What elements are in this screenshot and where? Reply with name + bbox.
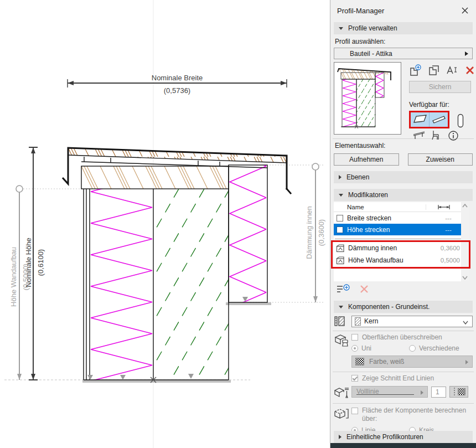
- uni-radio[interactable]: [351, 345, 358, 352]
- name-column-header: Name: [334, 204, 426, 210]
- collapse-icon: [339, 194, 343, 197]
- pen-number-input[interactable]: 1: [431, 387, 446, 398]
- section-label: Komponenten - Grundeinst.: [348, 303, 430, 311]
- chevron-right-icon: [421, 390, 423, 395]
- sichern-button[interactable]: Sichern: [409, 81, 471, 93]
- oberflaechen-checkbox[interactable]: [351, 334, 358, 341]
- collapse-icon: [339, 27, 343, 30]
- modifier-label: Höhe strecken: [347, 226, 436, 234]
- surface-override-icon: [334, 333, 349, 347]
- available-beam-toggle[interactable]: [430, 112, 448, 127]
- verschiedene-radio[interactable]: [409, 345, 416, 352]
- pen-swatch-icon: [458, 388, 465, 395]
- oberflaechen-label: Oberflächen überschreiben: [362, 333, 442, 341]
- chevron-down-icon: [463, 321, 468, 325]
- expand-icon: [339, 175, 342, 179]
- chevron-right-icon: [465, 52, 468, 56]
- bottom-edge-bar: [330, 443, 476, 448]
- dim-modifier-row-daemmung[interactable]: Dämmung innen 0,3600: [334, 242, 469, 254]
- section-profile-verwalten[interactable]: Profile verwalten: [334, 22, 473, 34]
- rename-profile-icon[interactable]: [446, 65, 458, 76]
- divider: [333, 403, 474, 404]
- modifier-row-hoehe-selected[interactable]: Höhe strecken ---: [334, 224, 469, 235]
- flaeche-checkbox[interactable]: [351, 408, 358, 414]
- modifier-label: Dämmung innen: [348, 244, 431, 252]
- app-window: Nominale Breite (0,5736) Nominale Höhe (…: [0, 0, 476, 448]
- section-einheitliche-profilkonturen[interactable]: Einheitliche Profilkonturen: [334, 431, 473, 443]
- drawing-canvas[interactable]: Nominale Breite (0,5736) Nominale Höhe (…: [0, 0, 330, 448]
- component-name: Kern: [364, 317, 378, 325]
- delete-modifier-icon-disabled[interactable]: [359, 284, 369, 294]
- availability-annotation-box: [409, 111, 449, 128]
- dim-hoehe-wandaufbau: Höhe Wandaufbau (0,5000): [9, 186, 30, 380]
- checkbox[interactable]: [337, 226, 343, 233]
- expand-icon: [339, 435, 342, 439]
- dim-wandaufbau-value: (0,5000): [22, 264, 30, 290]
- dim-breite-label: Nominale Breite: [152, 74, 203, 82]
- modifier-label: Breite strecken: [347, 214, 436, 222]
- railing-icon[interactable]: [412, 131, 426, 140]
- modifier-list: Name Breite strecken --- Höhe strecken -…: [334, 202, 469, 281]
- dimension-icon: [437, 204, 451, 210]
- pen-color-button[interactable]: [449, 386, 468, 398]
- section-label: Modifikatoren: [348, 191, 388, 199]
- beam-icon: [432, 114, 446, 125]
- dimension-modifier-icon: [336, 244, 345, 253]
- schnitt-linien-label: Zeige Schnitt End Linien: [362, 374, 434, 382]
- new-profile-icon[interactable]: [409, 64, 422, 76]
- dim-breite-value: (0,5736): [164, 86, 190, 95]
- modifier-row-breite[interactable]: Breite strecken ---: [334, 212, 469, 224]
- linientyp-dropdown[interactable]: Volllinie: [351, 386, 428, 398]
- scroll-down-icon[interactable]: [462, 276, 468, 280]
- schnitt-linien-checkbox[interactable]: [351, 375, 358, 382]
- list-scrollbar[interactable]: [461, 202, 469, 281]
- dim-wandaufbau-label: Höhe Wandaufbau: [9, 247, 18, 307]
- dim-nominale-breite: Nominale Breite (0,5736): [68, 74, 287, 95]
- component-select[interactable]: Kern: [351, 316, 473, 327]
- divider: [333, 372, 474, 372]
- list-separator: [334, 235, 469, 242]
- dim-modifier-row-wandaufbau[interactable]: Höhe Wandaufbau 0,5000: [334, 254, 469, 266]
- delete-profile-icon[interactable]: [464, 65, 475, 76]
- aufnehmen-button[interactable]: Aufnehmen: [334, 153, 399, 166]
- dim-hoehe-value: (0,6100): [37, 249, 45, 276]
- panel-title: Profil-Manager: [337, 7, 384, 15]
- linetype-preview: [356, 394, 414, 395]
- close-icon[interactable]: [461, 6, 469, 15]
- duplicate-profile-icon[interactable]: [428, 64, 440, 76]
- section-komponenten[interactable]: Komponenten - Grundeinst.: [334, 301, 473, 313]
- area-calc-icon: [334, 406, 349, 421]
- farbe-dropdown[interactable]: Farbe, weiß: [351, 356, 473, 368]
- scroll-up-icon[interactable]: [462, 204, 468, 208]
- section-label: Einheitliche Profilkonturen: [346, 433, 423, 441]
- wall-icon: [413, 114, 427, 125]
- add-modifier-icon[interactable]: [336, 284, 350, 295]
- dim-daemmung-value: (0,3600): [317, 219, 325, 246]
- component-icon: [334, 316, 346, 327]
- dim-daemmung-innen: Dämmung innen (0,3600): [305, 163, 325, 302]
- object-chair-icon[interactable]: [431, 130, 440, 141]
- section-ebenen[interactable]: Ebenen: [334, 171, 473, 183]
- available-wall-toggle[interactable]: [411, 112, 429, 127]
- bottom-shadow: [82, 380, 231, 383]
- verfuegbar-label: Verfügbar für:: [409, 101, 475, 109]
- right-column-shadow: [226, 302, 271, 305]
- profile-select-dropdown[interactable]: Bauteil - Attika: [334, 48, 473, 59]
- flaeche-label-line2: über:: [362, 415, 377, 423]
- profil-auswaehlen-label: Profil auswählen:: [335, 38, 473, 47]
- section-label: Ebenen: [346, 173, 369, 181]
- profile-name: Bauteil - Attika: [350, 50, 392, 58]
- chevron-right-icon: [465, 360, 468, 364]
- material-swatch-icon: [355, 358, 364, 365]
- dimension-modifier-icon: [336, 256, 345, 265]
- profile-preview: [334, 62, 401, 135]
- info-icon[interactable]: [448, 130, 459, 141]
- section-modifikatoren[interactable]: Modifikatoren: [334, 189, 473, 201]
- checkbox[interactable]: [337, 215, 343, 222]
- verschiedene-label: Verschiedene: [419, 344, 459, 352]
- column-icon[interactable]: [457, 114, 464, 128]
- collapse-icon: [339, 306, 343, 308]
- flaeche-label-line1: Fläche der Komponente berechnen: [362, 406, 466, 414]
- zuweisen-button[interactable]: Zuweisen: [408, 153, 473, 166]
- cut-lines-icon: [334, 386, 349, 399]
